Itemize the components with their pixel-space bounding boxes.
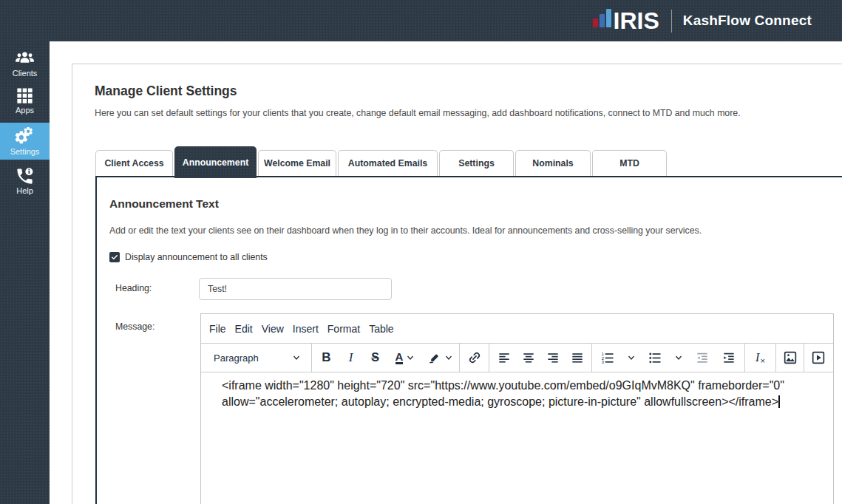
numbered-list-button[interactable]: 123	[594, 346, 621, 370]
editor-menubar: File Edit View Insert Format Table	[201, 314, 833, 343]
rich-text-editor: File Edit View Insert Format Table Parag…	[200, 313, 834, 504]
align-right-icon	[546, 350, 560, 365]
panel-title: Announcement Text	[109, 197, 219, 211]
brand-divider	[671, 10, 672, 33]
insert-image-button[interactable]	[778, 346, 802, 370]
highlight-color-button[interactable]	[422, 346, 457, 370]
brand-name: IRIS	[614, 9, 659, 33]
tab-mtd[interactable]: MTD	[592, 150, 667, 176]
sidebar-item-clients[interactable]: Clients	[0, 44, 50, 81]
chevron-down-icon	[445, 354, 452, 361]
heading-input[interactable]	[199, 278, 392, 300]
clients-icon	[15, 49, 35, 69]
tab-welcome-email[interactable]: Welcome Email	[258, 150, 336, 176]
product-name: KashFlow Connect	[683, 13, 812, 29]
align-left-icon	[497, 350, 512, 365]
indent-icon	[722, 350, 736, 365]
top-bar: IRIS KashFlow Connect	[0, 0, 842, 41]
sidebar-item-apps[interactable]: Apps	[0, 81, 50, 118]
sidebar: Clients Apps Settings Help	[0, 0, 50, 504]
menu-edit[interactable]: Edit	[231, 319, 257, 339]
sidebar-item-help[interactable]: Help	[0, 162, 50, 199]
display-announcement-row: Display announcement to all clients	[109, 252, 268, 262]
paragraph-style-dropdown[interactable]: Paragraph	[205, 346, 308, 370]
image-icon	[783, 350, 798, 365]
clear-formatting-button[interactable]: I×	[748, 346, 773, 370]
align-center-button[interactable]	[516, 346, 540, 370]
menu-table[interactable]: Table	[364, 319, 398, 339]
message-field-label: Message:	[115, 321, 155, 332]
display-announcement-checkbox[interactable]	[109, 252, 120, 262]
editor-text: <iframe width="1280" height="720" src="h…	[222, 379, 784, 408]
link-button[interactable]	[462, 346, 486, 370]
align-center-icon	[521, 350, 536, 365]
settings-icon	[15, 127, 35, 147]
numbered-list-dropdown[interactable]	[621, 346, 642, 370]
heading-field-label: Heading:	[115, 283, 152, 293]
editor-toolbar: Paragraph B I S A	[201, 343, 833, 372]
chevron-down-icon	[293, 354, 300, 361]
tab-announcement[interactable]: Announcement	[174, 146, 257, 178]
text-caret	[778, 395, 780, 408]
panel-subtitle: Add or edit the text your clients see on…	[109, 225, 702, 236]
announcement-panel: Announcement Text Add or edit the text y…	[95, 176, 842, 504]
menu-file[interactable]: File	[205, 319, 231, 339]
insert-media-button[interactable]	[806, 346, 830, 370]
align-left-button[interactable]	[492, 346, 516, 370]
link-icon	[467, 350, 482, 365]
apps-icon	[15, 86, 35, 106]
align-justify-button[interactable]	[565, 346, 589, 370]
media-icon	[811, 350, 826, 365]
tab-nominals[interactable]: Nominals	[515, 150, 591, 176]
brand: IRIS KashFlow Connect	[593, 0, 812, 41]
italic-button[interactable]: I	[339, 346, 363, 370]
tab-bar: Client Access Announcement Welcome Email…	[95, 146, 667, 176]
editor-content-area[interactable]: <iframe width="1280" height="720" src="h…	[201, 372, 833, 415]
help-icon	[15, 166, 35, 186]
page-subtitle: Here you can set default settings for yo…	[95, 108, 741, 118]
checkmark-icon	[111, 253, 118, 261]
numbered-list-icon: 123	[600, 350, 615, 365]
highlighter-icon	[427, 350, 441, 365]
checkbox-label: Display announcement to all clients	[125, 252, 268, 262]
sidebar-item-settings[interactable]: Settings	[0, 123, 50, 160]
content-card: Manage Client Settings Here you can set …	[72, 64, 842, 504]
tab-settings[interactable]: Settings	[439, 150, 514, 176]
bullet-list-button[interactable]	[642, 346, 668, 370]
bullet-list-icon	[648, 350, 662, 365]
menu-view[interactable]: View	[257, 319, 288, 339]
chevron-down-icon	[407, 354, 414, 361]
outdent-icon	[695, 350, 710, 365]
svg-text:3: 3	[602, 360, 604, 364]
align-right-button[interactable]	[540, 346, 565, 370]
page-title: Manage Client Settings	[95, 84, 237, 99]
align-justify-icon	[570, 350, 585, 365]
tab-client-access[interactable]: Client Access	[95, 150, 173, 176]
menu-format[interactable]: Format	[323, 319, 364, 339]
text-color-button[interactable]: A	[387, 346, 422, 370]
indent-button[interactable]	[716, 346, 742, 370]
iris-logo-icon	[593, 9, 611, 27]
bold-button[interactable]: B	[314, 346, 339, 370]
chevron-down-icon	[675, 354, 682, 361]
tab-automated-emails[interactable]: Automated Emails	[338, 150, 438, 176]
strikethrough-button[interactable]: S	[363, 346, 387, 370]
bullet-list-dropdown[interactable]	[668, 346, 689, 370]
outdent-button[interactable]	[689, 346, 716, 370]
chevron-down-icon	[628, 354, 635, 361]
menu-insert[interactable]: Insert	[288, 319, 323, 339]
